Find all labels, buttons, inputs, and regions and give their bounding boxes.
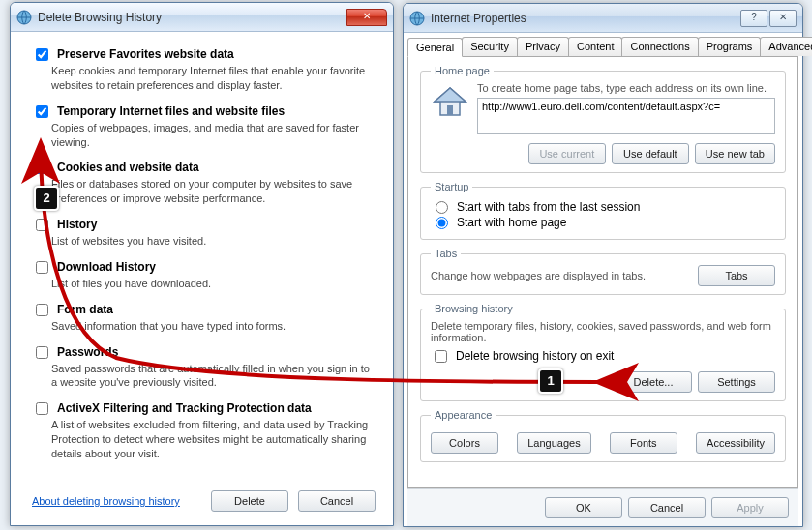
download-history-checkbox[interactable] — [36, 261, 48, 274]
homepage-url-input[interactable] — [477, 98, 775, 134]
colors-button[interactable]: Colors — [431, 432, 498, 454]
dbh-titlebar[interactable]: Delete Browsing History ✕ — [11, 3, 393, 32]
opt-cookies: Cookies and website data Files or databa… — [32, 161, 376, 206]
opt-title: Cookies and website data — [57, 161, 199, 174]
opt-title: Form data — [57, 303, 113, 316]
dbh-cancel-button[interactable]: Cancel — [298, 490, 376, 512]
fonts-button[interactable]: Fonts — [610, 432, 677, 454]
annotation-badge-1: 1 — [538, 368, 563, 394]
use-new-tab-button[interactable]: Use new tab — [695, 143, 775, 164]
globe-icon — [409, 11, 425, 26]
ip-titlebar[interactable]: Internet Properties ? ✕ — [404, 4, 802, 33]
startup-home-page-label: Start with home page — [457, 216, 566, 229]
opt-desc: A list of websites excluded from filteri… — [51, 418, 376, 461]
tabs-legend: Tabs — [431, 248, 461, 259]
opt-desc: Saved information that you have typed in… — [51, 319, 376, 334]
languages-button[interactable]: Languages — [517, 432, 590, 454]
tab-programs[interactable]: Programs — [698, 37, 762, 56]
close-button[interactable]: ✕ — [346, 9, 387, 26]
ip-footer: OK Cancel Apply — [407, 488, 798, 526]
tabs-button[interactable]: Tabs — [698, 265, 775, 286]
opt-activex: ActiveX Filtering and Tracking Protectio… — [32, 401, 376, 461]
globe-icon — [16, 10, 32, 25]
internet-properties-window: Internet Properties ? ✕ General Security… — [403, 3, 803, 527]
history-settings-button[interactable]: Settings — [698, 371, 775, 393]
homepage-legend: Home page — [431, 65, 494, 76]
appearance-group: Appearance Colors Languages Fonts Access… — [420, 409, 786, 462]
use-default-button[interactable]: Use default — [612, 143, 689, 164]
temp-files-checkbox[interactable] — [36, 105, 48, 118]
opt-desc: Saved passwords that are automatically f… — [51, 362, 376, 391]
ok-button[interactable]: OK — [545, 497, 622, 518]
delete-on-exit-label: Delete browsing history on exit — [456, 349, 614, 363]
dbh-delete-button[interactable]: Delete — [211, 490, 288, 512]
startup-last-session-radio[interactable] — [436, 201, 448, 214]
annotation-badge-2: 2 — [34, 186, 59, 211]
opt-history: History List of websites you have visite… — [32, 218, 376, 249]
tab-connections[interactable]: Connections — [621, 37, 698, 56]
delete-browsing-history-window: Delete Browsing History ✕ Preserve Favor… — [10, 2, 394, 526]
home-icon — [431, 82, 469, 119]
opt-title: Passwords — [57, 345, 118, 359]
opt-desc: Files or databases stored on your comput… — [51, 177, 376, 206]
homepage-text: To create home page tabs, type each addr… — [477, 82, 775, 94]
dbh-footer: About deleting browsing history Delete C… — [11, 479, 393, 525]
cookies-checkbox[interactable] — [36, 162, 48, 174]
tab-privacy[interactable]: Privacy — [517, 37, 569, 56]
homepage-group: Home page To create home page tabs, type… — [420, 65, 786, 173]
use-current-button[interactable]: Use current — [528, 143, 606, 164]
startup-home-page-radio[interactable] — [436, 217, 448, 229]
tab-content[interactable]: Content — [568, 37, 623, 56]
opt-desc: Copies of webpages, images, and media th… — [51, 121, 376, 150]
activex-checkbox[interactable] — [36, 402, 48, 415]
tabs-text: Change how webpages are displayed in tab… — [431, 270, 688, 281]
cancel-button[interactable]: Cancel — [628, 497, 706, 518]
opt-title: ActiveX Filtering and Tracking Protectio… — [57, 401, 312, 415]
opt-title: Temporary Internet files and website fil… — [57, 104, 285, 118]
startup-last-session-label: Start with tabs from the last session — [457, 200, 640, 214]
history-text: Delete temporary files, history, cookies… — [431, 320, 775, 343]
opt-title: Download History — [57, 260, 156, 274]
help-button[interactable]: ? — [740, 10, 767, 27]
history-legend: Browsing history — [431, 303, 517, 314]
tab-advanced[interactable]: Advanced — [760, 37, 812, 56]
dbh-title: Delete Browsing History — [38, 11, 162, 24]
opt-title: Preserve Favorites website data — [57, 47, 234, 61]
form-data-checkbox[interactable] — [36, 304, 48, 316]
tab-general[interactable]: General — [407, 38, 463, 57]
about-deleting-link[interactable]: About deleting browsing history — [32, 495, 201, 507]
history-checkbox[interactable] — [36, 219, 48, 231]
opt-temp-files: Temporary Internet files and website fil… — [32, 104, 376, 150]
apply-button[interactable]: Apply — [711, 497, 789, 518]
opt-desc: List of websites you have visited. — [51, 234, 376, 249]
opt-desc: List of files you have downloaded. — [51, 277, 376, 291]
browsing-history-group: Browsing history Delete temporary files,… — [420, 303, 786, 401]
startup-legend: Startup — [431, 181, 472, 192]
preserve-favorites-checkbox[interactable] — [36, 48, 48, 61]
close-button[interactable]: ✕ — [769, 10, 797, 27]
opt-form-data: Form data Saved information that you hav… — [32, 303, 376, 334]
opt-title: History — [57, 218, 97, 231]
history-delete-button[interactable]: Delete... — [615, 371, 692, 393]
opt-preserve-favorites: Preserve Favorites website data Keep coo… — [32, 47, 376, 93]
ip-title: Internet Properties — [431, 12, 526, 25]
delete-on-exit-checkbox[interactable] — [435, 350, 447, 363]
tab-panel-general: Home page To create home page tabs, type… — [407, 57, 798, 488]
ip-tabstrip: General Security Privacy Content Connect… — [407, 37, 798, 57]
opt-desc: Keep cookies and temporary Internet file… — [51, 64, 376, 93]
svg-marker-2 — [435, 88, 466, 102]
accessibility-button[interactable]: Accessibility — [696, 432, 775, 454]
opt-passwords: Passwords Saved passwords that are autom… — [32, 345, 376, 391]
svg-rect-3 — [447, 105, 453, 115]
tab-security[interactable]: Security — [462, 37, 518, 56]
tabs-group: Tabs Change how webpages are displayed i… — [420, 248, 786, 295]
appearance-legend: Appearance — [431, 409, 496, 421]
startup-group: Startup Start with tabs from the last se… — [420, 181, 786, 240]
opt-download-history: Download History List of files you have … — [32, 260, 376, 291]
passwords-checkbox[interactable] — [36, 346, 48, 359]
